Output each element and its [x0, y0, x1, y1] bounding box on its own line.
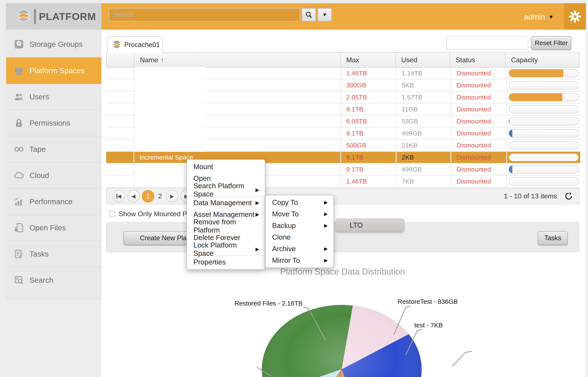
sidebar-item-label: Performance — [29, 197, 73, 206]
menu-item-remove-from-platform[interactable]: Remove from Platform — [187, 220, 265, 232]
capacity-bar — [508, 93, 579, 102]
backup-lto-flyout-item[interactable]: LTO — [336, 219, 404, 232]
capacity-bar — [508, 141, 579, 150]
row-select-cell — [106, 164, 134, 175]
sidebar-item-open-files[interactable]: Open Files — [6, 214, 101, 241]
clipboard-pencil-icon — [13, 249, 24, 259]
row-select-cell — [106, 128, 134, 139]
submenu-item-clone[interactable]: Clone — [266, 231, 333, 243]
row-max-cell: 9.1TB — [341, 152, 396, 163]
sidebar-item-users[interactable]: Users — [6, 83, 101, 110]
table-header: Name ↑ Max Used Status Capacity — [106, 52, 579, 68]
submenu-item-copy-to[interactable]: Copy To▶ — [266, 197, 333, 208]
menu-item-mount[interactable]: Mount — [187, 161, 265, 173]
submenu-item-mirror-to[interactable]: Mirror To▶ — [266, 255, 333, 266]
menu-item-properties[interactable]: Properties — [187, 256, 265, 268]
column-header-status[interactable]: Status — [450, 53, 505, 67]
lock-icon — [13, 118, 24, 128]
row-select-cell — [106, 80, 134, 91]
chart-title: Platform Space Data Distribution — [235, 267, 450, 277]
next-page-button[interactable]: ▶ — [166, 190, 178, 202]
tape-reels-icon — [13, 144, 24, 154]
row-max-cell: 9.1TB — [341, 128, 396, 139]
column-header-select[interactable] — [107, 53, 134, 67]
row-used-cell: 11GB — [396, 104, 451, 115]
sidebar-item-performance[interactable]: Performance — [6, 188, 101, 214]
submenu-arrow-icon: ▶ — [256, 200, 259, 206]
row-max-cell: 2.05TB — [341, 92, 396, 103]
show-mounted-checkbox[interactable] — [109, 211, 115, 217]
filter-input[interactable] — [446, 36, 528, 49]
capacity-bar — [508, 153, 579, 162]
capacity-bar-fill — [509, 165, 512, 173]
column-header-capacity[interactable]: Capacity — [505, 53, 578, 67]
sidebar-item-permissions[interactable]: Permissions — [6, 110, 101, 136]
sidebar-item-tape[interactable]: Tape — [6, 136, 101, 162]
tasks-button[interactable]: Tasks — [538, 231, 568, 245]
sidebar-item-label: Tasks — [29, 250, 49, 258]
page-2-button[interactable]: 2 — [158, 192, 162, 200]
sort-ascending-arrow: ↑ — [161, 57, 164, 63]
menu-item-label: Open — [193, 174, 211, 182]
menu-item-label: Lock Platform Space — [193, 241, 256, 258]
sidebar-item-label: Search — [29, 276, 53, 284]
table-row-selected[interactable]: Incremental Space9.1TB2KBDismounted — [106, 152, 579, 163]
column-header-name[interactable]: Name ↑ — [134, 53, 341, 67]
submenu-item-archive[interactable]: Archive▶ — [266, 243, 333, 255]
submenu-item-move-to[interactable]: Move To▶ — [266, 208, 333, 220]
row-max-cell: 6.09TB — [341, 116, 396, 127]
document-search-icon — [13, 275, 24, 285]
scrollbar-track[interactable] — [586, 0, 588, 377]
chevron-down-icon: ▼ — [322, 12, 327, 18]
submenu-arrow-icon: ▶ — [324, 246, 328, 252]
capacity-bar — [508, 177, 579, 186]
capacity-bar — [508, 117, 579, 126]
sidebar-item-label: Users — [29, 93, 49, 101]
row-capacity-cell — [507, 128, 580, 139]
submenu-arrow-icon: ▶ — [324, 200, 328, 205]
row-select-cell — [106, 92, 134, 103]
bar-chart-icon — [13, 196, 24, 207]
file-lock-icon — [13, 223, 24, 233]
first-page-button[interactable]: ◀ — [113, 190, 125, 202]
row-status-cell: Dismounted — [451, 128, 506, 139]
row-select-cell — [106, 116, 134, 127]
sidebar-item-cloud[interactable]: Cloud — [6, 162, 101, 188]
reset-filter-button[interactable]: Reset Filter — [531, 36, 571, 50]
search-options-button[interactable]: ▼ — [318, 8, 332, 22]
sidebar-item-tasks[interactable]: Tasks — [6, 241, 101, 267]
row-max-cell: 1.46TB — [341, 68, 396, 79]
menu-item-search-platform-space[interactable]: Search Platform Space▶ — [187, 184, 265, 196]
users-icon — [13, 92, 24, 102]
menu-item-data-management[interactable]: Data Management▶ — [187, 197, 265, 209]
capacity-bar — [508, 129, 579, 138]
search-input[interactable] — [109, 8, 300, 22]
menu-item-lock-platform-space[interactable]: Lock Platform Space▶ — [187, 244, 265, 255]
menu-item-label: Backup — [272, 222, 296, 230]
sidebar-item-label: Tape — [29, 145, 46, 153]
column-header-max[interactable]: Max — [341, 53, 396, 67]
submenu-item-backup[interactable]: Backup▶ — [266, 220, 333, 231]
sidebar-item-search[interactable]: Search — [6, 267, 101, 293]
previous-page-button[interactable]: ◀ — [127, 190, 140, 202]
refresh-icon[interactable] — [564, 192, 573, 200]
sidebar-item-storage-groups[interactable]: Storage Groups — [6, 31, 101, 57]
search-button[interactable] — [302, 8, 316, 22]
menu-item-label: Data Management — [193, 199, 252, 207]
pagination-bar: ◀ ◀ 1 2 ▶ ▶ 1 - 10 of 13 items — [106, 188, 579, 204]
column-header-used[interactable]: Used — [396, 53, 450, 67]
page-1-button[interactable]: 1 — [142, 190, 154, 202]
user-menu[interactable]: admin ▼ — [524, 12, 554, 22]
row-max-cell: 500GB — [341, 140, 396, 151]
sidebar-item-label: Cloud — [29, 171, 49, 180]
submenu-arrow-icon: ▶ — [256, 187, 259, 193]
row-status-cell: Dismounted — [451, 116, 506, 127]
platform-space-pie-chart — [226, 296, 494, 377]
settings-button[interactable] — [564, 3, 586, 30]
layer-stack-icon — [16, 9, 31, 24]
row-status-cell: Dismounted — [451, 176, 506, 187]
tab-procache01[interactable]: Procache01 — [107, 36, 162, 53]
row-capacity-cell — [507, 104, 580, 115]
sidebar-item-platform-spaces[interactable]: Platform Spaces — [6, 57, 101, 83]
menu-item-label: Delete Forever — [193, 234, 240, 242]
